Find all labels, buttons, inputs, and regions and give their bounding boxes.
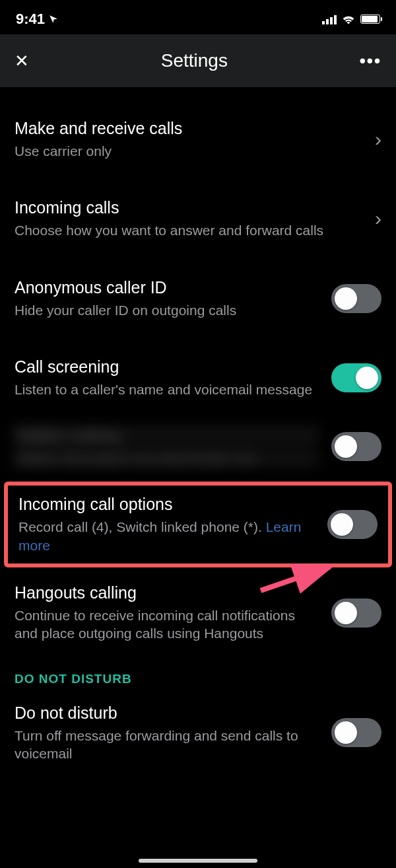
page-title: Settings [161,50,228,71]
status-time: 9:41 [16,11,45,28]
row-do-not-disturb[interactable]: Do not disturb Turn off message forwardi… [0,692,396,775]
row-title: Hangouts calling [15,583,319,602]
toggle-incoming-call-options[interactable] [327,510,378,539]
row-call-screening[interactable]: Call screening Listen to a caller's name… [0,345,396,410]
row-title: Incoming call options [18,495,315,514]
toggle-redacted[interactable] [331,432,381,461]
row-subtitle: Turn off message forwarding and send cal… [15,727,319,763]
home-indicator [139,859,257,863]
row-title: Anonymous caller ID [15,278,319,297]
row-subtitle: Hide your caller ID on outgoing calls [15,301,319,319]
close-icon[interactable]: ✕ [15,51,29,71]
row-title: Hidden setting [15,426,319,445]
highlight-annotation: Incoming call options Record call (4), S… [4,482,392,567]
row-subtitle: Use carrier only [15,142,363,160]
device-notch [129,0,267,22]
toggle-call-screening[interactable] [331,363,381,392]
toggle-do-not-disturb[interactable] [331,718,381,747]
more-icon[interactable]: ••• [360,51,381,71]
row-subtitle: Continue to receive incoming call notifi… [15,606,319,643]
signal-icon [322,14,337,24]
row-title: Do not disturb [15,704,319,723]
row-anonymous-caller-id[interactable]: Anonymous caller ID Hide your caller ID … [0,266,396,331]
chevron-right-icon: › [375,128,381,151]
row-subtitle: Choose how you want to answer and forwar… [15,221,363,239]
row-subtitle: Record call (4), Switch linked phone (*)… [18,518,315,554]
location-icon [49,15,58,24]
row-subtitle: Listen to a caller's name and voicemail … [15,380,319,398]
settings-list: Make and receive calls Use carrier only … [0,87,396,774]
row-make-receive-calls[interactable]: Make and receive calls Use carrier only … [0,107,396,172]
app-header: ✕ Settings ••• [0,34,396,87]
toggle-hangouts-calling[interactable] [331,598,381,628]
row-redacted[interactable]: Hidden setting Hidden description text p… [0,414,396,479]
chevron-right-icon: › [375,207,381,230]
section-do-not-disturb: DO NOT DISTURB [0,655,396,692]
row-incoming-calls[interactable]: Incoming calls Choose how you want to an… [0,186,396,251]
battery-icon [360,15,380,24]
toggle-anonymous-caller-id[interactable] [331,284,381,313]
row-incoming-call-options[interactable]: Incoming call options Record call (4), S… [8,486,388,563]
wifi-icon [342,14,355,24]
row-title: Make and receive calls [15,119,363,138]
row-title: Incoming calls [15,198,363,217]
row-hangouts-calling[interactable]: Hangouts calling Continue to receive inc… [0,571,396,655]
row-subtitle: Hidden description text placeholder line [15,449,319,467]
row-title: Call screening [15,357,319,377]
